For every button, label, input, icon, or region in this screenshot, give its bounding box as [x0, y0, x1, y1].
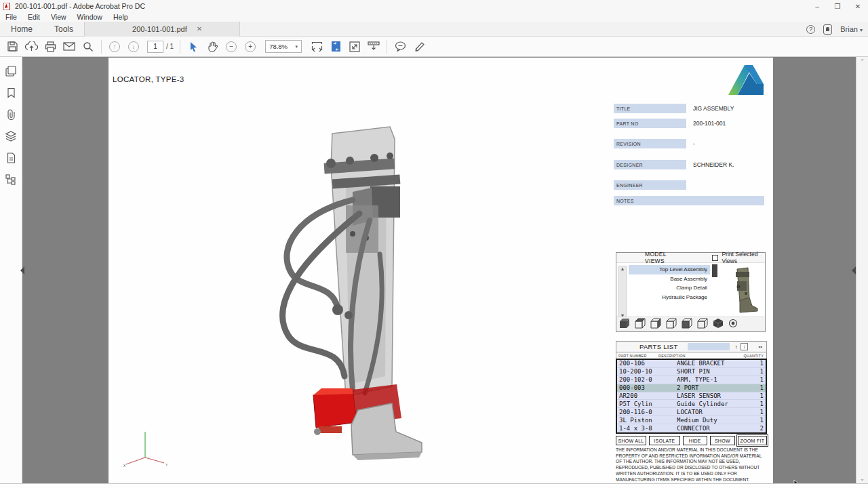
- table-row[interactable]: 1-4 x 3-8CONNECTOR2: [617, 424, 766, 432]
- zoom-in-icon[interactable]: +: [241, 39, 260, 55]
- view-item-hydraulic-package[interactable]: Hydraulic Package: [629, 293, 710, 302]
- vertical-scrollbar[interactable]: ⌃ ⌄: [856, 57, 868, 483]
- zoom-out-icon[interactable]: −: [222, 39, 241, 55]
- comment-icon[interactable]: [391, 39, 410, 55]
- cube-right-icon[interactable]: [666, 318, 677, 331]
- show-button[interactable]: SHOW: [710, 436, 735, 445]
- table-row-selected[interactable]: 000-0032 PORT1: [617, 384, 766, 392]
- table-row[interactable]: 200-106ANGLE BRACKET1: [617, 360, 766, 368]
- model-views-panel: MODEL VIEWS Print Selected Views ▲▼ Top …: [616, 252, 766, 332]
- table-row[interactable]: P5T CylinGuide Cylinder1: [617, 400, 766, 408]
- share-upload-icon[interactable]: [22, 39, 41, 55]
- parts-search-input[interactable]: [688, 343, 730, 350]
- next-page-icon[interactable]: ↓: [124, 39, 143, 55]
- sort-up-icon[interactable]: ↑: [735, 344, 738, 350]
- view-checkbox-3[interactable]: [716, 264, 717, 277]
- model-views-scrollbar[interactable]: ▲▼: [618, 266, 627, 319]
- previous-page-icon[interactable]: ↑: [105, 39, 124, 55]
- hide-button[interactable]: HIDE: [683, 436, 708, 445]
- zoom-fit-button[interactable]: ZOOM FIT: [738, 436, 767, 445]
- help-icon[interactable]: ?: [806, 25, 815, 34]
- drawing-title: LOCATOR, TYPE-3: [113, 75, 184, 83]
- right-pane-collapse-handle[interactable]: [852, 266, 856, 274]
- view-item-clamp-detail[interactable]: Clamp Detail: [629, 283, 710, 293]
- page-number-input[interactable]: [147, 41, 163, 53]
- cell-desc: Medium Duty: [677, 417, 755, 424]
- cube-iso-icon[interactable]: [713, 318, 724, 331]
- sort-down-icon[interactable]: ↓: [741, 343, 748, 350]
- view-item-top-level-assembly[interactable]: Top Level Assembly: [629, 265, 710, 274]
- tab-home[interactable]: Home: [0, 22, 43, 37]
- cube-front-icon[interactable]: [619, 318, 630, 331]
- window-title: 200-101-001.pdf - Adobe Acrobat Pro DC: [15, 2, 145, 10]
- parts-more-icon[interactable]: ••: [758, 344, 762, 350]
- show-all-button[interactable]: SHOW ALL: [616, 436, 646, 445]
- column-quantity[interactable]: QUANTITY: [744, 354, 766, 358]
- email-icon[interactable]: [60, 39, 79, 55]
- menu-edit[interactable]: Edit: [22, 13, 45, 21]
- table-row[interactable]: 200-116-0LOCATOR1: [617, 408, 766, 416]
- tab-bar: Home Tools 200-101-001.pdf ✕: [0, 22, 868, 37]
- page-view-icon[interactable]: [326, 39, 345, 55]
- 3d-model-view[interactable]: [251, 119, 454, 474]
- restore-button[interactable]: ❐: [827, 0, 848, 12]
- field-value-title: JIG ASSEMBLY: [693, 105, 734, 112]
- print-selected-checkbox[interactable]: [712, 255, 718, 261]
- cell-part: 3L Piston: [617, 417, 677, 424]
- cube-top-icon[interactable]: [682, 318, 692, 331]
- zoom-level-select[interactable]: 78.8% ▾: [265, 40, 302, 53]
- model-tree-icon[interactable]: [5, 174, 17, 186]
- attachments-icon[interactable]: [5, 108, 17, 121]
- select-tool-icon[interactable]: [184, 39, 203, 55]
- highlighter-icon[interactable]: [410, 39, 429, 55]
- search-icon[interactable]: [79, 39, 98, 55]
- close-button[interactable]: ✕: [848, 0, 868, 12]
- print-icon[interactable]: [41, 39, 60, 55]
- cell-part: 1-4 x 3-8: [617, 425, 677, 432]
- menu-window[interactable]: Window: [72, 13, 108, 21]
- cell-desc: LOCATOR: [677, 409, 755, 415]
- menu-file[interactable]: File: [0, 13, 22, 21]
- layers-icon[interactable]: [5, 130, 17, 142]
- document-icon[interactable]: [5, 152, 17, 164]
- left-pane-collapse-handle[interactable]: [20, 266, 24, 274]
- column-part-number[interactable]: PART NUMBER: [616, 354, 658, 358]
- table-row[interactable]: 3L PistonMedium Duty1: [617, 416, 766, 424]
- menu-view[interactable]: View: [45, 13, 72, 21]
- scroll-down-icon[interactable]: ⌄: [856, 475, 868, 482]
- perspective-toggle-icon[interactable]: [728, 319, 738, 331]
- view-item-base-assembly[interactable]: Base Assembly: [629, 274, 710, 284]
- print-selected-label: Print Selected Views: [722, 251, 765, 264]
- table-row[interactable]: AR200LASER SENSOR1: [617, 392, 766, 401]
- table-row[interactable]: 10-200-10SHORT PIN1: [617, 368, 766, 376]
- field-label-title: TITLE: [614, 104, 686, 113]
- scroll-up-icon[interactable]: ⌃: [856, 58, 868, 65]
- cube-bottom-icon[interactable]: [697, 318, 708, 331]
- cell-part: 000-003: [617, 384, 677, 391]
- fullscreen-icon[interactable]: [345, 39, 364, 55]
- notifications-icon[interactable]: [823, 24, 832, 35]
- cube-back-icon[interactable]: [635, 318, 646, 331]
- cell-qty: 1: [755, 360, 766, 367]
- account-menu[interactable]: Brian ▾: [840, 25, 863, 33]
- acrobat-app-icon: [3, 3, 11, 10]
- page-count-label: / 1: [166, 43, 174, 50]
- table-row[interactable]: 200-102-0ARM, TYPE-11: [617, 376, 766, 384]
- toolbar-pin-icon[interactable]: [364, 39, 383, 55]
- cube-left-icon[interactable]: [650, 318, 661, 331]
- menu-help[interactable]: Help: [108, 13, 134, 21]
- column-description[interactable]: DESCRIPTION: [658, 354, 744, 358]
- tab-close-icon[interactable]: ✕: [197, 25, 202, 33]
- hand-tool-icon[interactable]: [203, 39, 222, 55]
- page-thumbnails-icon[interactable]: [5, 65, 17, 77]
- isolate-button[interactable]: ISOLATE: [649, 436, 679, 445]
- cell-qty: 1: [755, 376, 766, 383]
- zoom-level-value: 78.8%: [269, 43, 288, 50]
- bookmarks-icon[interactable]: [5, 87, 17, 99]
- tab-tools[interactable]: Tools: [43, 22, 84, 37]
- fit-width-icon[interactable]: [307, 39, 326, 55]
- minimize-button[interactable]: –: [807, 0, 827, 12]
- save-icon[interactable]: [3, 39, 22, 55]
- tab-document[interactable]: 200-101-001.pdf ✕: [84, 22, 240, 37]
- account-caret-icon: ▾: [860, 27, 863, 33]
